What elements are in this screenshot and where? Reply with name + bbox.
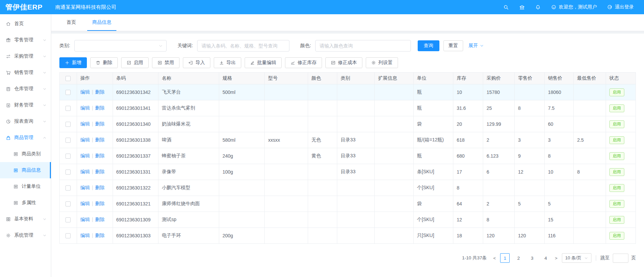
topbar-actions: 欢迎您，测试用户 退出登录 <box>503 4 634 10</box>
sidebar-item[interactable]: 报表查询 <box>0 113 51 130</box>
reset-button[interactable]: 重置 <box>443 40 463 51</box>
delete-link[interactable]: 删除 <box>95 121 105 126</box>
tab[interactable]: 商品信息 <box>87 14 116 31</box>
sidebar-item-label: 销售管理 <box>14 70 33 76</box>
row-checkbox[interactable] <box>65 201 71 206</box>
next-page-button[interactable]: > <box>553 256 559 261</box>
sidebar-item[interactable]: 采购管理 <box>0 48 51 64</box>
sidebar-item-label: 计量单位 <box>22 183 41 190</box>
logout-button[interactable]: 退出登录 <box>607 4 634 10</box>
row-checkbox[interactable] <box>65 170 71 175</box>
row-checkbox[interactable] <box>65 217 71 222</box>
actions-cell: 编辑|删除 <box>77 164 113 180</box>
sidebar-item[interactable]: 基本资料 <box>0 211 51 227</box>
prev-page-button[interactable]: < <box>492 256 497 261</box>
row-checkbox[interactable] <box>65 90 71 95</box>
sidebar-item[interactable]: 仓库管理 <box>0 81 51 97</box>
sale-price-cell: 3 <box>544 132 573 148</box>
row-checkbox[interactable] <box>65 138 71 143</box>
sidebar-item[interactable]: 多属性 <box>0 195 51 211</box>
edit-link[interactable]: 编辑 <box>80 233 90 238</box>
delete-link[interactable]: 删除 <box>95 201 105 206</box>
tab[interactable]: 首页 <box>61 14 81 31</box>
edit-link[interactable]: 编辑 <box>80 89 90 95</box>
row-checkbox[interactable] <box>65 154 71 159</box>
delete-link[interactable]: 删除 <box>95 185 105 190</box>
actions-cell: 编辑|删除 <box>77 212 113 228</box>
toolbar-button[interactable]: 修正库存 <box>285 57 322 68</box>
delete-link[interactable]: 删除 <box>95 169 105 174</box>
edit-link[interactable]: 编辑 <box>80 201 90 206</box>
stock-cell: 17 <box>453 164 483 180</box>
search-icon[interactable] <box>503 4 509 10</box>
sidebar-item[interactable]: 销售管理 <box>0 64 51 81</box>
table-row: 编辑|删除 6901236301338 啤酒 580ml xxsxx 无色 目录… <box>60 132 636 148</box>
edit-link[interactable]: 编辑 <box>80 105 90 111</box>
column-header: 扩展信息 <box>375 73 414 84</box>
ext-info-cell <box>375 228 414 244</box>
page-number-button[interactable]: 1 <box>500 253 510 263</box>
delete-link[interactable]: 删除 <box>95 217 105 222</box>
edit-link[interactable]: 编辑 <box>80 185 90 190</box>
page-number-button[interactable]: 4 <box>541 253 550 263</box>
jump-page-input[interactable] <box>613 254 628 263</box>
toolbar-button[interactable]: 新增 <box>59 57 87 68</box>
bell-icon[interactable] <box>535 4 541 10</box>
toolbar-button[interactable]: 修正成本 <box>325 57 362 68</box>
edit-link[interactable]: 编辑 <box>80 217 90 222</box>
purchase-price-cell: 2 <box>483 132 515 148</box>
expand-link[interactable]: 展开 <box>469 43 484 49</box>
min-price-cell <box>573 212 606 228</box>
toolbar-button[interactable]: 导出 <box>214 57 241 68</box>
purchase-price-cell: 120 <box>483 228 515 244</box>
link-divider: | <box>92 137 93 142</box>
edit-link[interactable]: 编辑 <box>80 137 90 142</box>
row-checkbox[interactable] <box>65 233 71 238</box>
category-select[interactable] <box>74 40 167 52</box>
delete-link[interactable]: 删除 <box>95 89 105 95</box>
actions-cell: 编辑|删除 <box>77 84 113 100</box>
select-all-checkbox[interactable] <box>65 76 71 81</box>
keyword-input[interactable] <box>197 40 289 52</box>
sidebar-item[interactable]: 商品管理 <box>0 130 51 146</box>
edit-link[interactable]: 编辑 <box>80 169 90 174</box>
toolbar-button[interactable]: 导入 <box>183 57 210 68</box>
edit-link[interactable]: 编辑 <box>80 153 90 158</box>
table-row: 编辑|删除 6901236301321 康师傅红烧牛肉面 袋 64 <box>60 196 636 212</box>
delete-link[interactable]: 删除 <box>95 153 105 158</box>
row-checkbox[interactable] <box>65 185 71 191</box>
toolbar-button[interactable]: 禁用 <box>152 57 179 68</box>
page-number-button[interactable]: 2 <box>514 253 523 263</box>
toolbar-button[interactable]: 删除 <box>90 57 118 68</box>
sidebar-item[interactable]: 首页 <box>0 16 51 32</box>
row-checkbox[interactable] <box>65 122 71 127</box>
stock-cell: 680 <box>453 148 483 164</box>
page-number-button[interactable]: 3 <box>527 253 537 263</box>
delete-link[interactable]: 删除 <box>95 233 105 238</box>
color-input[interactable] <box>315 40 411 52</box>
toolbar-button[interactable]: 批量编辑 <box>245 57 282 68</box>
sidebar-item[interactable]: 零售管理 <box>0 32 51 48</box>
column-header: 状态 <box>606 73 636 84</box>
delete-link[interactable]: 删除 <box>95 137 105 142</box>
page-size-select[interactable]: 10 条/页 <box>562 253 591 263</box>
toolbar-button[interactable]: 列设置 <box>366 57 398 68</box>
sidebar-item[interactable]: 商品信息 <box>0 162 51 178</box>
bank-icon[interactable] <box>519 4 525 10</box>
user-menu[interactable]: 欢迎您，测试用户 <box>551 4 597 10</box>
sidebar-item[interactable]: 计量单位 <box>0 178 51 195</box>
row-checkbox[interactable] <box>65 106 71 111</box>
toolbar-button[interactable]: 启用 <box>121 57 149 68</box>
category-label: 类别: <box>59 43 70 49</box>
stock-cell: 64 <box>453 196 483 212</box>
pagination-divider <box>596 255 596 261</box>
column-header: 操作 <box>77 73 113 84</box>
sidebar-item[interactable]: 财务管理 <box>0 97 51 113</box>
edit-link[interactable]: 编辑 <box>80 121 90 126</box>
top-header: 管伊佳ERP 南通某某网络科技有限公司 欢迎您，测试用户 退出登录 <box>0 0 644 14</box>
sidebar-item[interactable]: 商品类别 <box>0 146 51 162</box>
sidebar-item[interactable]: 系统管理 <box>0 227 51 243</box>
delete-link[interactable]: 删除 <box>95 105 105 111</box>
app-root: 管伊佳ERP 南通某某网络科技有限公司 欢迎您，测试用户 退出登录 首页 <box>0 0 644 277</box>
search-button[interactable]: 查询 <box>418 40 439 51</box>
